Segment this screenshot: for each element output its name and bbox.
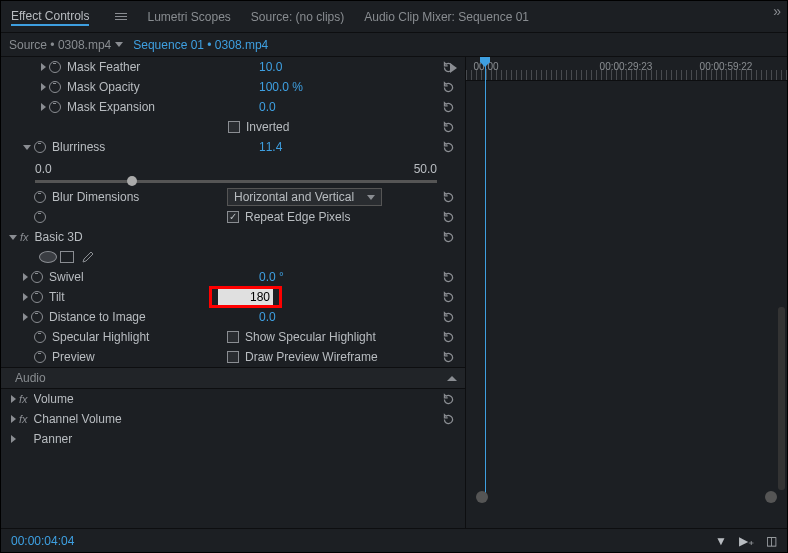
fx-badge-volume[interactable]: fx: [19, 393, 28, 405]
stopwatch-mask-feather[interactable]: [49, 61, 61, 73]
panel-tabs: Effect Controls Lumetri Scopes Source: (…: [1, 1, 787, 33]
prop-swivel-label: Swivel: [49, 270, 259, 284]
reset-specular[interactable]: [439, 329, 457, 345]
timeline-scroll-vertical[interactable]: [778, 307, 785, 490]
prop-mask-feather-value[interactable]: 10.0: [259, 60, 439, 74]
dropdown-blur-dimensions-value: Horizontal and Vertical: [234, 190, 354, 204]
slider-thumb-blurriness[interactable]: [127, 176, 137, 186]
timeline-zoom-scroll[interactable]: [476, 493, 777, 500]
current-timecode[interactable]: 00:00:04:04: [11, 534, 74, 548]
chevron-down-icon: [367, 195, 375, 200]
export-icon[interactable]: ◫: [766, 534, 777, 548]
fx-badge-basic3d[interactable]: fx: [20, 231, 29, 243]
audio-group-label: Audio: [15, 371, 447, 385]
tilt-input-field[interactable]: [218, 289, 273, 305]
reset-mask-expansion[interactable]: [439, 99, 457, 115]
mask-ellipse-icon[interactable]: [39, 251, 57, 263]
prop-tilt-input[interactable]: [218, 290, 273, 304]
timeline-playhead[interactable]: [485, 57, 486, 493]
prop-distance-value[interactable]: 0.0: [259, 310, 439, 324]
slider-track-blurriness[interactable]: [35, 180, 437, 183]
reset-distance[interactable]: [439, 309, 457, 325]
twirl-channel-volume[interactable]: [11, 415, 16, 423]
effect-controls-tree: Mask Feather 10.0 Mask Opacity 100.0 % M…: [1, 57, 466, 528]
twirl-mask-feather[interactable]: [41, 63, 46, 71]
play-only-icon[interactable]: ▶₊: [739, 534, 754, 548]
twirl-panner[interactable]: [11, 435, 16, 443]
collapse-audio-icon[interactable]: [447, 376, 457, 381]
reset-blurriness[interactable]: [439, 139, 457, 155]
panel-footer: 00:00:04:04 ▼ ▶₊ ◫: [1, 528, 787, 552]
timeline-ruler-marks: [466, 70, 787, 80]
zoom-handle-left[interactable]: [476, 491, 488, 503]
stopwatch-mask-expansion[interactable]: [49, 101, 61, 113]
reset-mask-opacity[interactable]: [439, 79, 457, 95]
checkbox-repeat-edge[interactable]: [227, 211, 239, 223]
stopwatch-blurriness[interactable]: [34, 141, 46, 153]
stopwatch-swivel[interactable]: [31, 271, 43, 283]
dropdown-blur-dimensions[interactable]: Horizontal and Vertical: [227, 188, 382, 206]
checkbox-preview[interactable]: [227, 351, 239, 363]
effect-channel-volume-label[interactable]: Channel Volume: [34, 412, 439, 426]
prop-mask-opacity-label: Mask Opacity: [67, 80, 259, 94]
tab-lumetri-scopes[interactable]: Lumetri Scopes: [147, 8, 230, 26]
twirl-tilt[interactable]: [23, 293, 28, 301]
prop-swivel-value[interactable]: 0.0 °: [259, 270, 439, 284]
twirl-swivel[interactable]: [23, 273, 28, 281]
checkbox-specular[interactable]: [227, 331, 239, 343]
reset-volume[interactable]: [439, 391, 457, 407]
timeline-ruler[interactable]: 00:00 00:00:29:23 00:00:59:22: [466, 57, 787, 81]
prop-specular-check-label: Show Specular Highlight: [245, 330, 439, 344]
twirl-mask-opacity[interactable]: [41, 83, 46, 91]
prop-distance-label: Distance to Image: [49, 310, 259, 324]
tab-effect-controls[interactable]: Effect Controls: [11, 7, 89, 26]
prop-blurriness-value[interactable]: 11.4: [259, 140, 439, 154]
twirl-volume[interactable]: [11, 395, 16, 403]
reset-blur-dimensions[interactable]: [439, 189, 457, 205]
slider-blurriness: 0.0 50.0: [1, 157, 465, 187]
checkbox-inverted[interactable]: [228, 121, 240, 133]
twirl-basic3d[interactable]: [9, 235, 17, 240]
panel-menu-hamburger-icon[interactable]: [115, 11, 127, 22]
prop-mask-expansion-label: Mask Expansion: [67, 100, 259, 114]
zoom-handle-right[interactable]: [765, 491, 777, 503]
audio-group-header[interactable]: Audio: [1, 367, 465, 389]
reset-repeat-edge[interactable]: [439, 209, 457, 225]
mask-rect-icon[interactable]: [60, 251, 74, 263]
fx-badge-channel-volume[interactable]: fx: [19, 413, 28, 425]
stopwatch-tilt[interactable]: [31, 291, 43, 303]
timeline-play-icon[interactable]: [450, 63, 457, 73]
effect-volume-label[interactable]: Volume: [34, 392, 439, 406]
prop-mask-feather-label: Mask Feather: [67, 60, 259, 74]
effect-basic3d-label[interactable]: Basic 3D: [35, 230, 439, 244]
reset-swivel[interactable]: [439, 269, 457, 285]
prop-inverted-label: Inverted: [246, 120, 439, 134]
effect-panner-label[interactable]: Panner: [34, 432, 457, 446]
reset-tilt[interactable]: [439, 289, 457, 305]
panel-menu-icon[interactable]: »: [773, 3, 781, 19]
effect-timeline: 00:00 00:00:29:23 00:00:59:22: [466, 57, 787, 528]
stopwatch-specular[interactable]: [34, 331, 46, 343]
twirl-mask-expansion[interactable]: [41, 103, 46, 111]
filter-icon[interactable]: ▼: [715, 534, 727, 548]
mask-pen-icon[interactable]: [80, 250, 94, 264]
tab-source[interactable]: Source: (no clips): [251, 8, 344, 26]
stopwatch-repeat-edge[interactable]: [34, 211, 46, 223]
stopwatch-distance[interactable]: [31, 311, 43, 323]
twirl-blurriness[interactable]: [23, 145, 31, 150]
reset-preview[interactable]: [439, 349, 457, 365]
sequence-link[interactable]: Sequence 01 • 0308.mp4: [133, 38, 268, 52]
reset-basic3d[interactable]: [439, 229, 457, 245]
prop-mask-opacity-value[interactable]: 100.0 %: [259, 80, 439, 94]
prop-mask-expansion-value[interactable]: 0.0: [259, 100, 439, 114]
tab-audio-mixer[interactable]: Audio Clip Mixer: Sequence 01: [364, 8, 529, 26]
stopwatch-blur-dimensions[interactable]: [34, 191, 46, 203]
reset-channel-volume[interactable]: [439, 411, 457, 427]
source-dropdown-icon[interactable]: [115, 42, 123, 47]
twirl-distance[interactable]: [23, 313, 28, 321]
slider-max: 50.0: [414, 162, 437, 176]
stopwatch-preview[interactable]: [34, 351, 46, 363]
reset-inverted[interactable]: [439, 119, 457, 135]
stopwatch-mask-opacity[interactable]: [49, 81, 61, 93]
source-header: Source • 0308.mp4 Sequence 01 • 0308.mp4: [1, 33, 787, 57]
